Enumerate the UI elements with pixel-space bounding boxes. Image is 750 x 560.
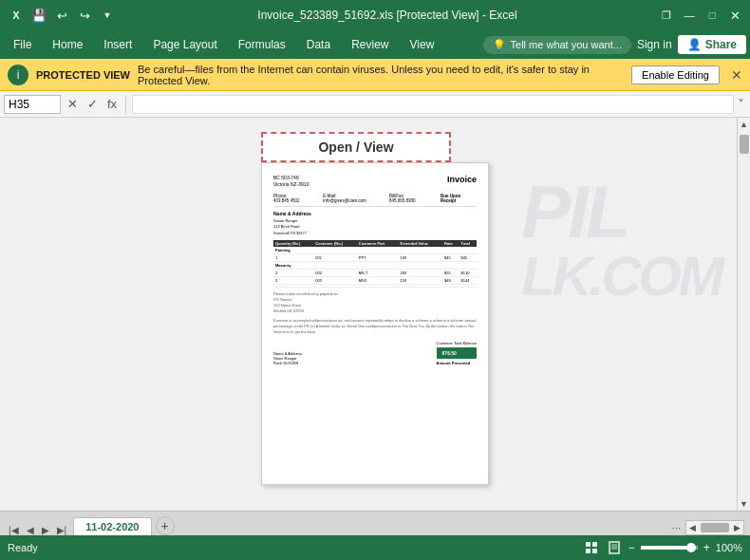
zoom-slider[interactable] — [641, 546, 698, 550]
undo-btn[interactable]: ↩ — [53, 7, 70, 24]
formula-divider — [125, 95, 126, 114]
menu-data[interactable]: Data — [297, 34, 340, 55]
tab-first-btn[interactable]: |◀ — [6, 525, 22, 535]
title-bar-title: Invoice_523389_51692.xls [Protected View… — [116, 9, 659, 22]
cell-reference-box[interactable]: H35 — [4, 95, 61, 114]
formula-bar: H35 ✕ ✓ fx ˅ — [0, 91, 750, 118]
shield-icon: i — [8, 65, 28, 85]
zoom-thumb — [686, 543, 696, 552]
tab-last-btn[interactable]: ▶| — [54, 525, 70, 535]
svg-rect-5 — [592, 549, 597, 553]
invoice-bill-section: Name & Address Susan Ranger 122 Birch Ro… — [273, 211, 477, 236]
grid-view-icon — [585, 541, 598, 554]
sheet-tab[interactable]: 11-02-2020 — [73, 517, 151, 535]
menu-right: 💡 Tell me what you want... Sign in 👤 Sha… — [483, 35, 746, 54]
title-bar-controls: ❐ — □ ✕ — [659, 8, 742, 23]
cancel-formula-btn[interactable]: ✕ — [65, 97, 81, 111]
zoom-level: 100% — [716, 542, 742, 553]
invoice-header: BC 503-748 Victoria NZ-3910 Invoice — [273, 175, 477, 188]
more-quick-btn[interactable]: ▼ — [99, 7, 116, 24]
function-btn[interactable]: fx — [104, 97, 120, 111]
normal-view-btn[interactable] — [583, 539, 600, 556]
title-bar-left: X 💾 ↩ ↪ ▼ — [8, 7, 116, 24]
sign-in-button[interactable]: Sign in — [637, 38, 672, 51]
invoice-legal: Exercise is accomplished/person/year as:… — [273, 318, 477, 335]
invoice-signature: Name & Address Stone Ranger Rock SLOVER — [273, 351, 302, 365]
invoice-title: Invoice — [447, 175, 477, 188]
tab-bar: |◀ ◀ ▶ ▶| 11-02-2020 + ··· ◀ ▶ — [0, 511, 750, 535]
restore-window-btn[interactable]: ❐ — [659, 8, 674, 23]
vertical-scrollbar: ▲ ▼ — [737, 118, 750, 511]
table-row: 2002MS-T200$55$110 — [273, 270, 477, 277]
tell-me-input[interactable]: 💡 Tell me what you want... — [483, 36, 631, 54]
h-scroll-right-btn[interactable]: ▶ — [731, 523, 743, 532]
minimize-btn[interactable]: — — [682, 8, 697, 23]
h-scroll-thumb[interactable] — [701, 523, 729, 532]
table-row: 3003MSX150$48$144 — [273, 277, 477, 285]
svg-rect-4 — [586, 549, 591, 553]
enable-editing-button[interactable]: Enable Editing — [631, 65, 720, 84]
protected-view-bar: i PROTECTED VIEW Be careful—files from t… — [0, 59, 750, 91]
scroll-thumb[interactable] — [740, 135, 749, 154]
menu-review[interactable]: Review — [342, 34, 398, 55]
tell-me-label: Tell me what you want... — [511, 39, 622, 50]
protected-message: Be careful—files from the Internet can c… — [138, 64, 624, 86]
tab-right-controls: ··· ◀ ▶ — [669, 520, 748, 535]
invoice-footer: Name & Address Stone Ranger Rock SLOVER … — [273, 341, 477, 365]
save-quick-btn[interactable]: 💾 — [30, 7, 47, 24]
menu-home[interactable]: Home — [43, 34, 92, 55]
invoice-bill-to: Name & Address Susan Ranger 122 Birch Ro… — [273, 211, 311, 236]
invoice-summary: Customer Total Balance 876.50 Amount Pre… — [437, 341, 477, 365]
zoom-minus-btn[interactable]: − — [628, 541, 635, 554]
menu-page-layout[interactable]: Page Layout — [143, 34, 226, 55]
menu-formulas[interactable]: Formulas — [229, 34, 295, 55]
page-layout-view-btn[interactable] — [606, 539, 623, 556]
protected-label: PROTECTED VIEW — [36, 69, 130, 81]
scroll-up-btn[interactable]: ▲ — [738, 118, 751, 131]
invoice-notes: Please make check/money payable to: PO N… — [273, 291, 477, 314]
tab-navigation: |◀ ◀ ▶ ▶| — [2, 525, 73, 535]
share-label: Share — [705, 38, 737, 51]
main-area: PIL LK.COM Open / View BC 503-748 Victor… — [0, 118, 750, 511]
share-icon: 👤 — [687, 38, 702, 51]
table-row — [273, 285, 477, 288]
menu-bar: File Home Insert Page Layout Formulas Da… — [0, 30, 750, 59]
add-sheet-button[interactable]: + — [156, 516, 175, 535]
title-bar: X 💾 ↩ ↪ ▼ Invoice_523389_51692.xls [Prot… — [0, 0, 750, 30]
zoom-plus-btn[interactable]: + — [703, 541, 710, 554]
invoice-document: BC 503-748 Victoria NZ-3910 Invoice Phon… — [261, 162, 489, 485]
h-scroll-left-btn[interactable]: ◀ — [686, 523, 699, 532]
close-btn[interactable]: ✕ — [727, 8, 742, 23]
ready-status: Ready — [8, 542, 38, 553]
table-row: 1001PPT100$45$45 — [273, 254, 477, 262]
svg-rect-6 — [609, 542, 619, 553]
share-button[interactable]: 👤 Share — [678, 35, 746, 54]
spreadsheet-area: PIL LK.COM Open / View BC 503-748 Victor… — [0, 118, 750, 511]
menu-insert[interactable]: Insert — [94, 34, 141, 55]
page-view-icon — [608, 541, 621, 554]
status-bar: Ready − + 1 — [0, 535, 750, 560]
maximize-btn[interactable]: □ — [704, 8, 720, 23]
svg-rect-3 — [592, 542, 597, 547]
open-view-label: Open / View — [261, 132, 451, 162]
formula-input[interactable] — [132, 95, 734, 114]
tab-next-btn[interactable]: ▶ — [39, 525, 52, 535]
confirm-formula-btn[interactable]: ✓ — [84, 97, 101, 111]
lightbulb-icon: 💡 — [493, 39, 506, 51]
invoice-info-row: Phone: 403.845.4502 E-Mail: info@gives@c… — [273, 194, 477, 207]
invoice-table: Quantity (No.) Customer (No.) Customer P… — [273, 240, 477, 288]
tab-prev-btn[interactable]: ◀ — [24, 525, 37, 535]
invoice-container: Open / View BC 503-748 Victoria NZ-3910 … — [261, 132, 489, 485]
table-row: Painting — [273, 247, 477, 254]
excel-icon: X — [8, 7, 25, 24]
redo-btn[interactable]: ↪ — [76, 7, 93, 24]
menu-file[interactable]: File — [4, 34, 41, 55]
close-protected-bar-btn[interactable]: ✕ — [731, 67, 742, 83]
tab-more-btn[interactable]: ··· — [669, 520, 684, 535]
summary-value-box: 876.50 — [437, 347, 477, 359]
svg-text:X: X — [12, 9, 20, 21]
formula-expand-btn[interactable]: ˅ — [738, 97, 744, 112]
menu-view[interactable]: View — [401, 34, 444, 55]
scroll-down-btn[interactable]: ▼ — [738, 497, 751, 511]
watermark: PIL LK.COM — [521, 175, 722, 304]
